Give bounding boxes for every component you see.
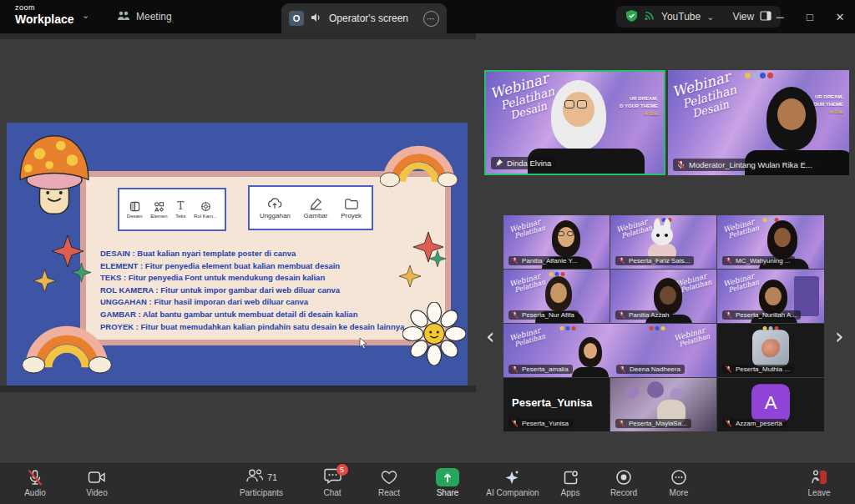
reaction-emojis [559,326,575,330]
chevron-down-icon[interactable]: ⌄ [82,10,89,21]
mic-off-icon [725,257,732,265]
video-tile[interactable]: Peserta_Yunisa Peserta_Yunisa [503,378,610,431]
mic-off-icon [511,420,519,427]
slide-line: ROL KAMERA : Fitur untuk impor gambar da… [100,285,434,297]
meeting-toolbar: Audio Video 71 Participants 5 Chat [0,463,855,504]
video-tile[interactable]: Peserta_MaylaSa... [610,378,716,431]
slide-line: TEKS : Fitur penyedia Font untuk menduku… [100,272,434,285]
chevron-down-icon[interactable]: ⌄ [706,12,714,23]
mic-off-icon [725,311,732,319]
mic-off-icon [619,365,626,373]
flower-avatar [752,330,789,366]
restore-button[interactable]: □ [795,0,825,33]
video-tile-dinda-elvina[interactable]: WebinarPelatihanDesain UR DREAM,D YOUR T… [484,70,665,175]
chat-button[interactable]: 5 Chat [309,468,356,497]
zoom-workplace-logo: zoom Workplace [15,4,74,25]
camera-roll-icon [200,201,211,212]
react-button[interactable]: React [366,468,412,497]
tab-meeting[interactable]: Meeting [117,0,172,33]
title-bar: zoom Workplace ⌄ Meeting O Operator's sc… [0,0,855,33]
name-label: Peserta_Nur Afifa [508,310,579,320]
name-label: Panitia_Alfanie Y... [508,256,581,265]
draw-icon [309,197,323,210]
name-label: Peserta_Yunisa [508,419,573,428]
video-tile[interactable]: WebinarPelatihan Panitia_Alfanie Y... [503,215,610,269]
name-label: Peserta_Muthia ... [722,365,794,374]
participants-button[interactable]: 71 Participants [232,468,291,497]
slide-line: GAMBAR : Alat bantu gambar untuk membuat… [100,309,434,321]
heart-icon [381,468,397,486]
design-template-icon [129,201,140,212]
sparkle-star [72,263,91,282]
record-button[interactable]: Record [601,468,646,497]
participant-grid: WebinarPelatihan Panitia_Alfanie Y... We… [503,215,824,432]
name-label: Panitia Azzah [615,310,673,320]
stream-service-label[interactable]: YouTube [661,11,701,23]
tab-operators-screen[interactable]: O Operator's screen ⋯ [281,3,447,33]
participant-video [569,337,612,377]
share-screen-icon [436,468,459,486]
mic-off-icon [618,257,625,265]
name-label: Peserta_Nurillah A... [722,310,801,320]
video-tile-moderator[interactable]: WebinarPelatihanDesain UR DREAM,D YOUR T… [668,70,849,175]
video-tile[interactable]: WebinarPelatihan Peserta_Nur Afifa [503,270,610,323]
apps-button[interactable]: Apps [548,468,593,497]
text-icon: T [177,201,184,212]
mushroom-illustration [13,129,96,223]
slide-line: ELEMENT : Fitur penyedia element buat ka… [100,260,434,273]
ai-companion-button[interactable]: AI Companion [481,468,544,497]
name-label: MC_Wahyuning ... [722,256,795,265]
video-tile[interactable]: A Azzam_peserta [717,378,824,431]
view-button-label[interactable]: View [732,11,754,23]
canva-draw-item: Gambar [304,197,328,219]
close-button[interactable]: ✕ [825,0,855,33]
video-tile[interactable]: WebinarPelatihan Peserta_Nurillah A... [717,270,824,323]
video-tile[interactable]: WebinarPelatihan Panitia Azzah [610,270,716,323]
more-dots-icon [670,468,687,486]
photo-detail [647,381,664,398]
name-label: Moderator_Lintang Wulan Rika E... [673,159,817,171]
canva-text-item: T Teks [175,201,185,219]
more-button[interactable]: More [656,468,701,497]
mic-muted-icon [27,468,43,486]
video-tile[interactable]: WebinarPelatihan MC_Wahyuning ... [717,215,824,269]
record-icon [615,468,632,486]
canva-uploads-item: Unggahan [260,197,291,219]
name-label: Peserta_Fa'iz Sals... [615,256,694,265]
slide-line: DESAIN : Buat kalian nyari template post… [100,248,434,260]
letter-avatar: A [751,384,790,422]
mic-off-icon [511,257,519,265]
name-label: Peserta_MaylaSa... [615,419,691,428]
mic-off-icon [618,311,625,319]
screenshare-top-edge [0,33,476,39]
pin-icon [494,159,503,168]
video-camera-icon [88,468,106,486]
video-tile-wide[interactable]: WebinarPelatihan WebinarPelatihan Pesert… [503,324,716,377]
canva-elements-item: Elemen [150,201,167,219]
apps-icon [563,468,579,486]
name-label: Azzam_peserta [722,419,787,428]
projects-folder-icon [344,197,359,210]
display-name-text: Peserta_Yunisa [512,396,592,409]
mic-off-icon [676,160,686,169]
video-tile[interactable]: Peserta_Muthia ... [717,324,824,377]
window-controls: ─ □ ✕ [765,0,855,33]
minimize-button[interactable]: ─ [765,0,795,33]
gallery-next-button[interactable]: › [835,325,843,347]
video-button[interactable]: Video [73,468,120,497]
leave-button[interactable]: Leave [797,468,842,497]
canva-projects-item: Proyek [341,197,362,219]
canva-toolbar-right: Unggahan Gambar Proyek [248,185,373,230]
gallery-prev-button[interactable]: ‹ [486,325,494,347]
canva-design-item: Desain [127,201,143,219]
share-button[interactable]: Share [424,468,471,497]
screen-owner-badge: O [289,11,304,26]
speaker-icon [311,11,322,26]
participants-icon [245,468,264,486]
audio-button[interactable]: Audio [12,468,58,497]
mic-off-icon [511,365,519,373]
video-tile[interactable]: WebinarPelatihan Peserta_Fa'iz Sals... [610,215,716,269]
tab-more-options-button[interactable]: ⋯ [423,11,439,27]
rainbow-illustration [21,317,113,374]
mic-off-icon [725,365,732,373]
